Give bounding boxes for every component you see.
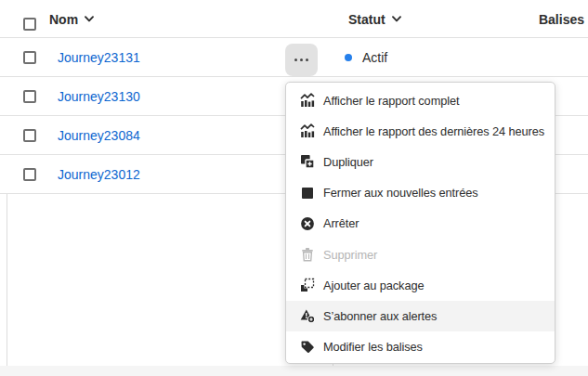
chevron-down-icon xyxy=(85,16,94,22)
duplicate-icon xyxy=(299,154,315,170)
journey-link[interactable]: Journey23012 xyxy=(58,167,140,182)
ellipsis-icon xyxy=(294,58,298,62)
trash-icon xyxy=(299,247,315,263)
menu-item-label: Fermer aux nouvelles entrées xyxy=(323,186,477,200)
row-checkbox[interactable] xyxy=(23,168,36,181)
journey-link[interactable]: Journey23131 xyxy=(58,50,140,65)
menu-item-label: Afficher le rapport complet xyxy=(323,94,459,108)
package-icon xyxy=(299,278,315,293)
menu-item-add-to-package[interactable]: Ajouter au package xyxy=(286,270,555,301)
more-actions-button[interactable] xyxy=(285,44,318,76)
menu-item-stop[interactable]: Arrêter xyxy=(286,208,555,239)
menu-item-label: Ajouter au package xyxy=(323,279,424,292)
close-gate-icon xyxy=(299,185,315,201)
journey-link[interactable]: Journey23130 xyxy=(58,89,140,104)
menu-item-label: Arrêter xyxy=(323,216,359,230)
menu-item-edit-tags[interactable]: Modifier les balises xyxy=(286,331,555,362)
menu-item-label: Modifier les balises xyxy=(323,340,423,354)
context-menu: Afficher le rapport complet Afficher le … xyxy=(285,82,555,364)
select-all-checkbox[interactable] xyxy=(23,18,36,31)
menu-item-duplicate[interactable]: Dupliquer xyxy=(286,147,555,177)
alert-add-icon xyxy=(299,308,315,324)
menu-item-subscribe-alerts[interactable]: S’abonner aux alertes xyxy=(286,301,555,331)
column-label-statut: Statut xyxy=(348,12,385,27)
row-checkbox[interactable] xyxy=(23,90,36,103)
journeys-list-screen: Nom Statut Balises Journey23131 Actif Jo… xyxy=(0,0,588,376)
menu-item-close-entries[interactable]: Fermer aux nouvelles entrées xyxy=(286,177,555,208)
menu-item-delete: Supprimer xyxy=(286,239,555,269)
chevron-down-icon xyxy=(392,16,401,22)
column-header-statut[interactable]: Statut xyxy=(348,0,401,38)
status-dot xyxy=(345,54,352,61)
menu-item-label: Afficher le rapport des dernières 24 heu… xyxy=(323,124,544,138)
menu-item-view-full-report[interactable]: Afficher le rapport complet xyxy=(286,85,555,116)
column-header-nom[interactable]: Nom xyxy=(49,0,94,38)
chart-report-icon xyxy=(299,93,315,109)
cancel-circle-icon xyxy=(299,215,315,231)
status-label: Actif xyxy=(362,50,387,65)
menu-item-label: Supprimer xyxy=(323,248,377,262)
menu-item-label: S’abonner aux alertes xyxy=(323,309,437,323)
menu-item-label: Dupliquer xyxy=(323,155,373,169)
column-header-balises[interactable]: Balises xyxy=(539,0,584,38)
column-label-balises: Balises xyxy=(539,12,584,27)
column-label-nom: Nom xyxy=(49,12,78,27)
journey-link[interactable]: Journey23084 xyxy=(58,128,140,143)
table-header: Nom Statut Balises xyxy=(0,0,588,38)
menu-item-view-24h-report[interactable]: Afficher le rapport des dernières 24 heu… xyxy=(286,116,555,147)
page-background-strip xyxy=(0,366,588,376)
status-cell: Actif xyxy=(345,38,387,77)
tag-icon xyxy=(299,339,315,355)
chart-report-icon xyxy=(299,123,315,139)
row-checkbox[interactable] xyxy=(23,129,36,142)
row-checkbox[interactable] xyxy=(23,51,36,64)
